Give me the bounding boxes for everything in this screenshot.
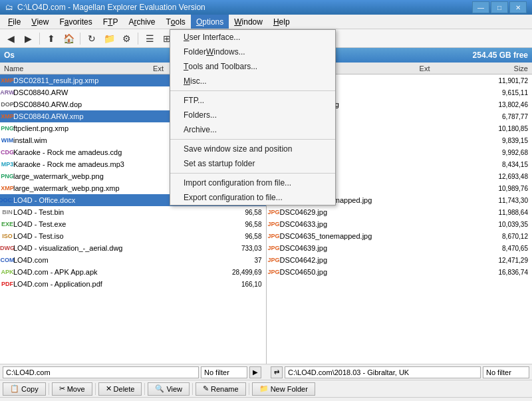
list-item[interactable]: APK LO4D.com - APK App.apk 28,499,69: [0, 266, 266, 278]
menu-sep-1: [170, 90, 335, 91]
file-name: DSC04639.jpg: [280, 244, 458, 252]
menu-user-interface[interactable]: User Interface...: [170, 30, 335, 45]
toolbar-settings[interactable]: ⚙: [118, 31, 134, 46]
menu-help[interactable]: Help: [268, 15, 295, 29]
copy-button[interactable]: 📋 Copy: [3, 382, 46, 396]
list-item[interactable]: PDF LO4D.com - Application.pdf 166,10: [0, 278, 266, 290]
right-path-swap[interactable]: ⇄: [271, 366, 283, 378]
list-item[interactable]: EXE LO4D - Test.exe 96,58: [0, 218, 266, 230]
list-item[interactable]: COM LO4D.com 37: [0, 254, 266, 266]
toolbar-view[interactable]: ☰: [142, 31, 158, 46]
right-panel-disk-info: 254.45 GB free: [473, 51, 528, 60]
right-filter-input[interactable]: [483, 366, 529, 378]
rename-button[interactable]: ✎ Rename: [196, 382, 246, 396]
menu-import-config[interactable]: Import configuration from file...: [170, 176, 335, 190]
pdf-icon: PDF: [1, 279, 13, 289]
toolbar-sep-1: [39, 33, 40, 45]
file-name: DSC04650.jpg: [280, 268, 458, 276]
menu-export-config[interactable]: Export configuration to file...: [170, 190, 335, 205]
copy-icon: 📋: [10, 384, 19, 393]
left-path-section: ▶: [3, 366, 261, 378]
menu-ftp-options[interactable]: FTP...: [170, 93, 335, 108]
minimize-button[interactable]: —: [472, 1, 489, 13]
com-icon: COM: [1, 255, 13, 265]
menu-misc[interactable]: Misc...: [170, 74, 335, 88]
view-icon: 🔍: [155, 384, 164, 393]
list-item[interactable]: JPG DSC04633.jpg 10,039,35: [267, 218, 533, 230]
jpg-icon: JPG: [268, 255, 280, 265]
left-filter-input[interactable]: [201, 366, 247, 378]
list-item[interactable]: JPG DSC04635_tonemapped.jpg 8,670,12: [267, 230, 533, 242]
view-label: View: [166, 385, 182, 393]
file-name: LO4D.com - APK App.apk: [13, 268, 192, 276]
jpg-icon: JPG: [268, 267, 280, 277]
status-bar: Files: 3 of 103 Folders: 0 of 17 23.8 kB…: [0, 397, 532, 401]
menu-sep-2: [170, 139, 335, 140]
menu-options[interactable]: Options: [191, 15, 229, 29]
file-size: 12,471,29: [487, 257, 531, 264]
list-item[interactable]: JPG DSC04639.jpg 8,470,65: [267, 242, 533, 254]
menu-file[interactable]: File: [3, 15, 26, 29]
file-size: 16,836,74: [487, 269, 531, 276]
left-path-go[interactable]: ▶: [249, 366, 261, 378]
delete-icon: ✕: [106, 384, 112, 393]
menu-favorites[interactable]: Favorites: [54, 15, 97, 29]
move-button[interactable]: ✂ Move: [52, 382, 92, 396]
menu-folder-windows[interactable]: Folder Windows...: [170, 45, 335, 59]
menu-tools-toolbars[interactable]: Tools and Toolbars...: [170, 59, 335, 74]
xmp-icon: XMP: [1, 183, 13, 194]
file-name: DSC08840.ARW: [13, 88, 192, 96]
title-bar: 🗂 C:\LO4D.com - Magellan Explorer Evalua…: [0, 0, 532, 15]
right-path-input[interactable]: [285, 366, 481, 378]
file-name: DSC08840.ARW.xmp: [13, 112, 192, 120]
delete-label: Delete: [114, 385, 135, 393]
list-item[interactable]: JPG DSC04629.jpg 11,988,64: [267, 206, 533, 218]
toolbar-home[interactable]: 🏠: [61, 31, 76, 46]
list-item[interactable]: JPG DSC04642.jpg 12,471,29: [267, 254, 533, 266]
right-col-ext: Ext: [400, 65, 433, 72]
toolbar-up[interactable]: ⬆: [43, 31, 59, 46]
menu-archive-options[interactable]: Archive...: [170, 122, 335, 137]
toolbar-refresh[interactable]: ↻: [84, 31, 100, 46]
file-name: LO4D - Test.iso: [13, 232, 192, 240]
view-button[interactable]: 🔍 View: [148, 382, 190, 396]
docx-icon: DOCX: [1, 195, 13, 205]
file-size: 96,58: [221, 221, 265, 228]
menu-tools[interactable]: Tools: [161, 15, 191, 29]
menu-archive[interactable]: Archive: [123, 15, 160, 29]
delete-button[interactable]: ✕ Delete: [98, 382, 142, 396]
menu-bar: File View Favorites FTP Archive Tools Op…: [0, 15, 532, 29]
rename-label: Rename: [211, 385, 239, 393]
jpg-icon: JPG: [268, 231, 280, 241]
dwg-icon: DWG: [1, 243, 13, 253]
menu-window[interactable]: Window: [229, 15, 268, 29]
toolbar-back[interactable]: ◀: [3, 31, 19, 46]
left-col-name: Name: [0, 65, 133, 72]
toolbar-folder[interactable]: 📁: [101, 31, 117, 46]
title-bar-controls[interactable]: — □ ✕: [472, 1, 527, 13]
left-panel-title: Os: [4, 51, 15, 60]
list-item[interactable]: BIN LO4D - Test.bin 96,58: [0, 206, 266, 218]
file-name: install.wim: [13, 136, 192, 144]
file-name: DSC04642.jpg: [280, 256, 458, 264]
left-path-input[interactable]: [3, 366, 199, 378]
new-folder-button[interactable]: 📁 New Folder: [252, 382, 315, 396]
jpg-icon: JPG: [268, 207, 280, 217]
path-bar: ▶ ⇄: [0, 364, 532, 380]
menu-view[interactable]: View: [26, 15, 54, 29]
menu-save-window[interactable]: Save window size and position: [170, 142, 335, 156]
menu-set-startup[interactable]: Set as startup folder: [170, 156, 335, 171]
menu-folders-options[interactable]: Folders...: [170, 108, 335, 122]
new-folder-icon: 📁: [259, 384, 269, 393]
menu-ftp[interactable]: FTP: [98, 15, 124, 29]
close-button[interactable]: ✕: [509, 1, 527, 13]
maximize-button[interactable]: □: [491, 1, 508, 13]
png-icon: PNG: [1, 123, 13, 134]
toolbar-forward[interactable]: ▶: [20, 31, 36, 46]
file-size: 9,992,68: [487, 149, 531, 156]
list-item[interactable]: ISO LO4D - Test.iso 96,58: [0, 230, 266, 242]
rename-icon: ✎: [203, 384, 209, 393]
list-item[interactable]: DWG LO4D - visualization_-_aerial.dwg 73…: [0, 242, 266, 254]
bin-icon: BIN: [1, 207, 13, 217]
list-item[interactable]: JPG DSC04650.jpg 16,836,74: [267, 266, 533, 278]
